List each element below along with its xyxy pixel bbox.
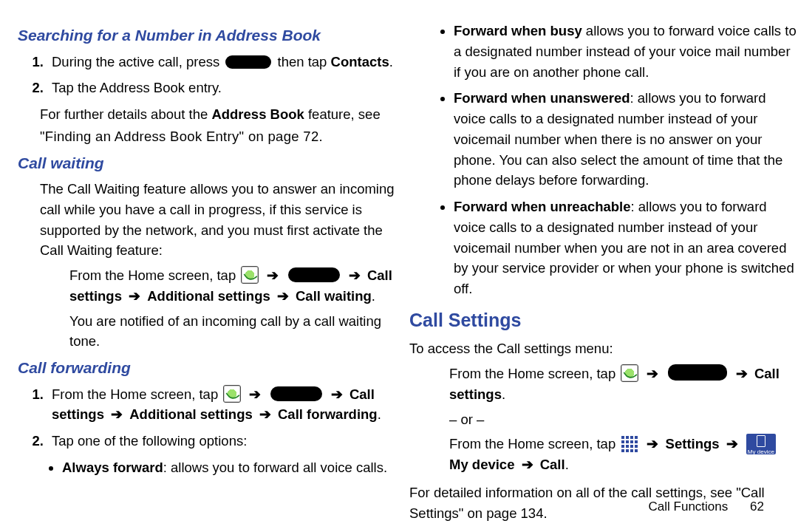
period: .: [372, 288, 375, 304]
period: .: [389, 54, 393, 69]
fwd-steps: From the Home screen, tap ➔ ➔ Call setti…: [47, 384, 409, 451]
fwd-options-left: Always forward: allows you to forward al…: [62, 457, 409, 478]
crossref-page: on page 72.: [244, 129, 322, 144]
text: For further details about the: [40, 106, 211, 122]
settings-intro: To access the Call settings menu:: [409, 338, 798, 359]
opt-always-forward: Always forward: allows you to forward al…: [62, 457, 409, 478]
right-column: Forward when busy allows you to forward …: [409, 21, 798, 528]
settings-path-2: From the Home screen, tap ➔ Settings ➔ M…: [449, 434, 798, 475]
path-additional-settings: Additional settings: [129, 406, 253, 422]
menu-key-icon: [270, 386, 322, 401]
call-waiting-result: You are notified of an incoming call by …: [69, 311, 409, 352]
bold: Forward when unreachable: [454, 199, 631, 214]
text: From the Home screen, tap: [69, 267, 239, 283]
text: feature, see: [304, 106, 381, 122]
arrow-icon: ➔: [277, 288, 289, 304]
path-call-forwarding: Call forwarding: [278, 406, 378, 422]
opt-forward-unreachable: Forward when unreachable: allows you to …: [454, 197, 798, 299]
arrow-icon: ➔: [111, 406, 123, 422]
text: then tap: [278, 54, 331, 69]
apps-grid-icon: [621, 436, 638, 452]
period: .: [378, 406, 381, 422]
text: Tap the Address Book entry.: [52, 80, 222, 95]
text: From the Home screen, tap: [52, 386, 222, 402]
text: Tap one of the following options:: [52, 433, 247, 449]
path-call: Call: [540, 457, 565, 472]
footer-section: Call Functions: [649, 499, 729, 514]
fwd-step-2: Tap one of the following options:: [47, 431, 409, 451]
heading-call-waiting: Call waiting: [18, 151, 409, 175]
arrow-icon: ➔: [331, 386, 343, 402]
search-steps: During the active call, press then tap C…: [47, 52, 409, 99]
opt-forward-busy: Forward when busy allows you to forward …: [454, 21, 798, 82]
period: .: [565, 457, 569, 472]
arrow-icon: ➔: [259, 406, 271, 422]
opt-forward-unanswered: Forward when unanswered: allows you to f…: [454, 88, 798, 191]
arrow-icon: ➔: [267, 267, 279, 283]
arrow-icon: ➔: [249, 386, 261, 402]
arrow-icon: ➔: [129, 288, 140, 304]
arrow-icon: ➔: [349, 267, 361, 283]
heading-call-settings: Call Settings: [409, 307, 798, 335]
call-waiting-para: The Call Waiting feature allows you to a…: [40, 179, 409, 261]
phone-icon: [223, 385, 241, 403]
arrow-icon: ➔: [726, 436, 738, 451]
text: on page 134.: [463, 505, 547, 521]
footer-page-number: 62: [732, 499, 764, 514]
menu-key-icon: [288, 267, 340, 282]
settings-path-1: From the Home screen, tap ➔ ➔ Call setti…: [449, 364, 798, 405]
arrow-icon: ➔: [647, 366, 658, 381]
fwd-step-1: From the Home screen, tap ➔ ➔ Call setti…: [47, 384, 409, 426]
path-my-device: My device: [449, 457, 514, 472]
two-column-layout: Searching for a Number in Address Book D…: [0, 21, 798, 528]
crossref-title: "Finding an Address Book Entry": [40, 129, 244, 144]
bold: Always forward: [62, 460, 163, 475]
heading-searching: Searching for a Number in Address Book: [18, 24, 409, 47]
phone-icon: [621, 364, 638, 382]
search-step-1: During the active call, press then tap C…: [47, 52, 409, 72]
path-additional-settings: Additional settings: [147, 288, 270, 304]
period: .: [502, 386, 505, 402]
manual-page: Searching for a Number in Address Book D…: [0, 0, 798, 532]
text: : allows you to forward all voice calls.: [163, 460, 387, 475]
path-settings: Settings: [666, 436, 720, 451]
arrow-icon: ➔: [522, 457, 533, 472]
crossref-line: "Finding an Address Book Entry" on page …: [40, 126, 409, 147]
text: During the active call, press: [52, 54, 223, 69]
fwd-options-right: Forward when busy allows you to forward …: [454, 21, 798, 299]
bold: Forward when unanswered: [454, 90, 630, 106]
my-device-label: My device: [748, 449, 774, 455]
address-book-crossref: For further details about the Address Bo…: [40, 104, 409, 125]
bold-addressbook: Address Book: [211, 106, 304, 122]
or-divider: – or –: [449, 409, 798, 430]
text: For detailed information on all of the c…: [409, 485, 736, 500]
my-device-icon: My device: [746, 434, 776, 454]
bold: Forward when busy: [454, 23, 582, 38]
menu-key-icon: [668, 364, 727, 381]
menu-key-icon: [225, 55, 271, 69]
arrow-icon: ➔: [736, 366, 748, 381]
path-call-waiting: Call waiting: [296, 288, 372, 304]
page-footer: Call Functions 62: [649, 499, 764, 514]
heading-call-forwarding: Call forwarding: [18, 356, 409, 380]
bold-contacts: Contacts: [331, 54, 389, 69]
text: From the Home screen, tap: [449, 366, 619, 381]
call-waiting-step: From the Home screen, tap ➔ ➔ Call setti…: [69, 265, 409, 352]
arrow-icon: ➔: [647, 436, 658, 451]
text: From the Home screen, tap: [449, 436, 619, 451]
search-step-2: Tap the Address Book entry.: [47, 78, 409, 98]
phone-icon: [241, 266, 259, 284]
left-column: Searching for a Number in Address Book D…: [18, 21, 409, 528]
